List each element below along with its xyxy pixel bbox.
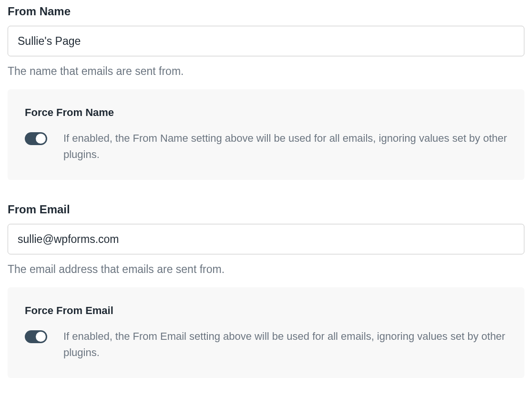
force-from-name-row: If enabled, the From Name setting above … xyxy=(25,130,507,163)
force-from-name-toggle[interactable] xyxy=(25,132,47,145)
toggle-knob-icon xyxy=(36,134,46,144)
force-from-email-description: If enabled, the From Email setting above… xyxy=(63,328,507,361)
force-from-name-label: Force From Name xyxy=(25,106,507,119)
from-email-help: The email address that emails are sent f… xyxy=(8,263,524,276)
from-name-label: From Name xyxy=(8,5,524,18)
force-from-email-row: If enabled, the From Email setting above… xyxy=(25,328,507,361)
from-email-input[interactable] xyxy=(8,224,524,254)
force-from-name-description: If enabled, the From Name setting above … xyxy=(63,130,507,163)
from-name-input[interactable] xyxy=(8,26,524,56)
force-from-name-panel: Force From Name If enabled, the From Nam… xyxy=(8,89,524,180)
force-from-email-panel: Force From Email If enabled, the From Em… xyxy=(8,287,524,378)
from-name-section: From Name The name that emails are sent … xyxy=(8,5,524,180)
from-email-label: From Email xyxy=(8,203,524,216)
from-name-help: The name that emails are sent from. xyxy=(8,65,524,78)
force-from-email-label: Force From Email xyxy=(25,304,507,317)
toggle-knob-icon xyxy=(36,332,46,342)
from-email-section: From Email The email address that emails… xyxy=(8,203,524,378)
force-from-email-toggle[interactable] xyxy=(25,330,47,343)
